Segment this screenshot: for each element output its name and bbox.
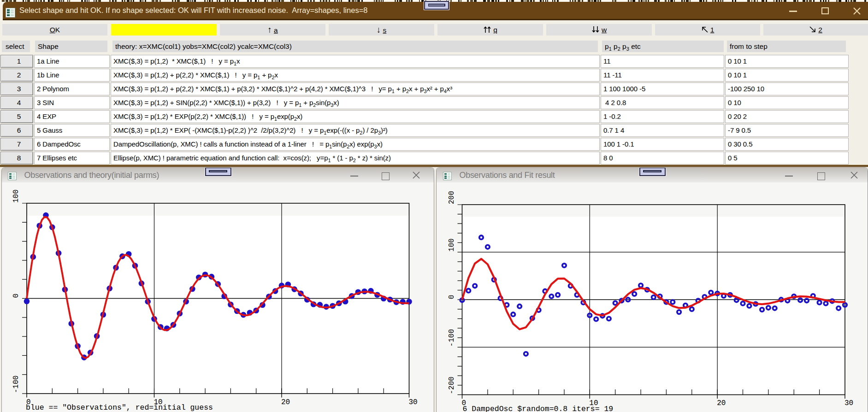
svg-text:30: 30 — [408, 398, 417, 406]
svg-text:-100: -100 — [447, 329, 455, 347]
svg-text:blue == "Observations", red=in: blue == "Observations", red=initial gues… — [26, 403, 213, 412]
svg-text:100: 100 — [12, 189, 20, 203]
svg-text:200: 200 — [447, 191, 455, 204]
svg-text:100: 100 — [447, 238, 455, 252]
svg-text:0: 0 — [447, 295, 455, 300]
svg-text:-100: -100 — [12, 376, 20, 393]
svg-text:0: 0 — [12, 294, 20, 298]
svg-text:-200: -200 — [447, 377, 455, 394]
svg-text:6 DampedOsc $random=0.8 iters=: 6 DampedOsc $random=0.8 iters= 19 — [462, 405, 613, 412]
svg-text:20: 20 — [281, 398, 290, 406]
svg-text:20: 20 — [717, 399, 726, 407]
svg-text:30: 30 — [844, 399, 853, 407]
